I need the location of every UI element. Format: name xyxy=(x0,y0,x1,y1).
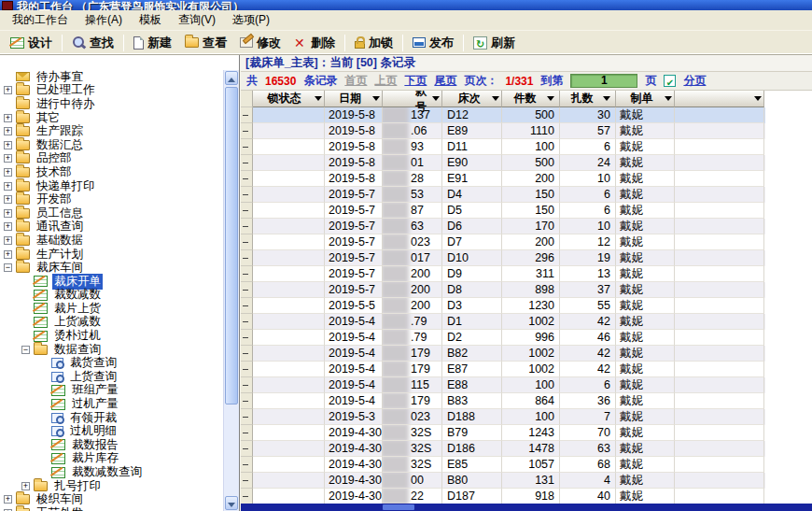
find-button[interactable]: 查找 xyxy=(65,33,120,53)
row-selector-cell[interactable] xyxy=(241,346,253,362)
table-row[interactable]: 2019-4-3032SE85105768戴妮 xyxy=(241,457,765,473)
column-header-2[interactable]: 款号 xyxy=(383,91,442,107)
expand-icon[interactable]: + xyxy=(4,127,12,135)
table-row[interactable]: 2019-5-3023D1881007戴妮 xyxy=(241,409,765,425)
row-selector-cell[interactable] xyxy=(241,234,253,250)
view-button[interactable]: 查看 xyxy=(178,33,233,53)
tree-item-30[interactable]: +扎号打印 xyxy=(0,479,223,493)
filter-arrow-icon[interactable] xyxy=(492,96,499,101)
row-selector-cell[interactable] xyxy=(241,219,253,234)
expand-icon[interactable]: + xyxy=(4,195,12,204)
row-selector-cell[interactable] xyxy=(241,330,253,346)
menu-item-2[interactable]: 模板 xyxy=(131,10,170,30)
table-row[interactable]: 2019-5-4179E87100242戴妮 xyxy=(241,362,765,377)
table-row[interactable]: 2019-5-7200D931113戴妮 xyxy=(241,266,765,282)
table-row[interactable]: 2019-5-893D111006戴妮 xyxy=(241,139,765,155)
column-header-0[interactable]: 锁状态 xyxy=(253,91,325,107)
table-row[interactable]: 2019-5-8.06E89111057戴妮 xyxy=(241,123,765,139)
refresh-button[interactable]: 刷新 xyxy=(467,33,522,53)
row-selector-cell[interactable] xyxy=(241,409,253,425)
table-row[interactable]: 2019-5-8137D1250030戴妮 xyxy=(241,107,765,123)
row-selector-cell[interactable] xyxy=(241,362,253,377)
tree-item-19[interactable]: 烫朴过机 xyxy=(0,329,223,343)
design-button[interactable]: 设计 xyxy=(4,33,59,53)
expand-icon[interactable]: + xyxy=(4,141,12,149)
goto-page-input[interactable]: 1 xyxy=(570,74,637,88)
row-selector-cell[interactable] xyxy=(241,489,253,504)
table-row[interactable]: 2019-5-5200D3123055戴妮 xyxy=(241,298,765,314)
tree-item-24[interactable]: 过机产量 xyxy=(0,397,223,411)
row-selector-cell[interactable] xyxy=(241,139,253,155)
menu-item-1[interactable]: 操作(A) xyxy=(77,10,131,30)
expand-icon[interactable]: + xyxy=(4,114,12,122)
expand-icon[interactable]: + xyxy=(4,168,12,177)
column-header-5[interactable]: 扎数 xyxy=(560,91,616,107)
filter-arrow-icon[interactable] xyxy=(603,96,610,101)
scroll-down-button[interactable] xyxy=(225,496,238,510)
expand-icon[interactable]: + xyxy=(4,209,12,218)
table-row[interactable]: 2019-5-753D41506戴妮 xyxy=(241,187,765,203)
paging-checkbox[interactable] xyxy=(664,75,676,87)
table-row[interactable]: 2019-4-3032SB79124370戴妮 xyxy=(241,425,765,441)
last-page-link[interactable]: 尾页 xyxy=(434,73,456,89)
tree-item-2[interactable]: 进行中待办 xyxy=(0,97,223,111)
grid-bottom-scrollbar[interactable] xyxy=(241,504,812,511)
tree-item-3[interactable]: +其它 xyxy=(0,111,223,125)
expand-icon[interactable]: + xyxy=(21,482,30,490)
column-header-4[interactable]: 件数 xyxy=(502,91,560,107)
menu-item-4[interactable]: 选项(P) xyxy=(224,10,278,30)
menu-item-0[interactable]: 我的工作台 xyxy=(4,10,77,30)
table-row[interactable]: 2019-4-3032SD186147863戴妮 xyxy=(241,441,765,457)
filter-arrow-icon[interactable] xyxy=(754,96,762,101)
row-selector-cell[interactable] xyxy=(241,473,253,489)
tree-item-7[interactable]: +技术部 xyxy=(0,165,223,179)
expand-icon[interactable]: + xyxy=(4,154,12,163)
tree-item-20[interactable]: −数据查询 xyxy=(0,343,223,357)
table-row[interactable]: 2019-5-7200D889837戴妮 xyxy=(241,282,765,298)
lock-button[interactable]: 加锁 xyxy=(348,33,399,53)
column-header-6[interactable]: 制单 xyxy=(616,91,675,107)
edit-button[interactable]: 修改 xyxy=(233,33,287,53)
tree-item-11[interactable]: +通讯查询 xyxy=(0,220,223,234)
tree-item-17[interactable]: 裁片上货 xyxy=(0,302,223,316)
filter-arrow-icon[interactable] xyxy=(665,96,672,101)
row-selector-cell[interactable] xyxy=(241,123,253,139)
column-header-1[interactable]: 日期 xyxy=(325,91,383,107)
hscroll-thumb[interactable] xyxy=(383,504,414,510)
filter-arrow-icon[interactable] xyxy=(547,96,554,101)
tree-item-15[interactable]: 裁床开单 xyxy=(0,275,223,289)
tree-item-14[interactable]: −裁床车间 xyxy=(0,261,223,275)
tree-item-23[interactable]: 班组产量 xyxy=(0,384,223,398)
tree-item-9[interactable]: +开发部 xyxy=(0,192,223,206)
table-row[interactable]: 2019-5-763D617010戴妮 xyxy=(241,219,765,234)
tree-item-32[interactable]: +工艺外发 xyxy=(0,506,223,511)
tree-item-5[interactable]: +数据汇总 xyxy=(0,138,223,152)
row-selector-cell[interactable] xyxy=(241,171,253,187)
table-row[interactable]: 2019-5-7023D720012戴妮 xyxy=(241,234,765,250)
table-row[interactable]: 2019-5-4.79D1100242戴妮 xyxy=(241,314,765,330)
scrollbar-thumb[interactable] xyxy=(225,87,238,405)
table-row[interactable]: 2019-5-828E9120010戴妮 xyxy=(241,171,765,187)
expand-icon[interactable]: + xyxy=(4,182,12,191)
expand-icon[interactable]: + xyxy=(4,222,12,231)
row-selector-cell[interactable] xyxy=(241,314,253,330)
new-button[interactable]: 新建 xyxy=(127,33,178,53)
tree-item-22[interactable]: 上货查询 xyxy=(0,370,223,384)
expand-icon[interactable]: + xyxy=(4,250,12,259)
tree-item-25[interactable]: 有领开裁 xyxy=(0,411,223,425)
column-header-3[interactable]: 床次 xyxy=(442,91,502,107)
row-selector-cell[interactable] xyxy=(241,282,253,298)
tree-item-4[interactable]: +生产跟踪 xyxy=(0,124,223,138)
menu-item-3[interactable]: 查询(V) xyxy=(170,10,224,30)
row-selector-cell[interactable] xyxy=(241,441,253,457)
row-selector-cell[interactable] xyxy=(241,266,253,282)
column-header-7[interactable] xyxy=(675,91,764,107)
collapse-icon[interactable]: − xyxy=(21,346,30,354)
row-selector-cell[interactable] xyxy=(241,425,253,441)
table-row[interactable]: 2019-5-4115E881006戴妮 xyxy=(241,377,765,393)
table-row[interactable]: 2019-5-4179B82100242戴妮 xyxy=(241,346,765,362)
row-selector-cell[interactable] xyxy=(241,187,253,203)
row-selector-cell[interactable] xyxy=(241,155,253,171)
tree-scrollbar[interactable] xyxy=(223,70,239,511)
row-selector-cell[interactable] xyxy=(241,393,253,409)
